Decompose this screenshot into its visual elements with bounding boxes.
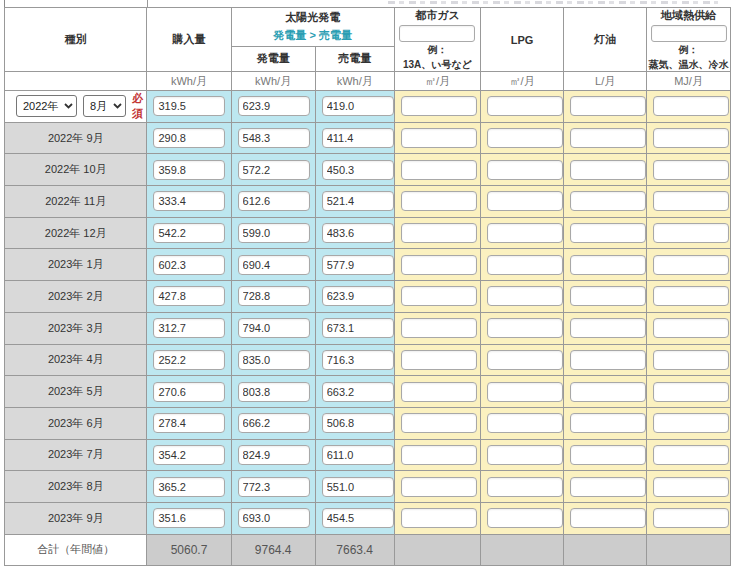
sold-input[interactable] — [322, 96, 394, 116]
generation-input[interactable] — [238, 255, 310, 275]
city-gas-input[interactable] — [401, 413, 477, 433]
city-gas-input[interactable] — [401, 128, 477, 148]
sold-input[interactable] — [322, 223, 394, 243]
sold-input[interactable] — [322, 160, 394, 180]
district-heat-input[interactable] — [653, 286, 729, 306]
district-heat-input[interactable] — [653, 508, 729, 528]
generation-input[interactable] — [238, 413, 310, 433]
sold-input[interactable] — [322, 508, 394, 528]
city-gas-input[interactable] — [401, 286, 477, 306]
district-heat-input[interactable] — [653, 445, 729, 465]
city-gas-input[interactable] — [401, 318, 477, 338]
generation-input[interactable] — [238, 286, 310, 306]
sold-input[interactable] — [322, 445, 394, 465]
kerosene-input[interactable] — [570, 382, 646, 402]
purchase-input[interactable] — [153, 445, 225, 465]
city-gas-input[interactable] — [401, 508, 477, 528]
lpg-input[interactable] — [487, 382, 563, 402]
kerosene-input[interactable] — [570, 318, 646, 338]
purchase-input[interactable] — [153, 477, 225, 497]
lpg-input[interactable] — [487, 128, 563, 148]
kerosene-input[interactable] — [570, 286, 646, 306]
generation-input[interactable] — [238, 350, 310, 370]
lpg-input[interactable] — [487, 350, 563, 370]
lpg-input[interactable] — [487, 318, 563, 338]
city-gas-input[interactable] — [401, 223, 477, 243]
purchase-input[interactable] — [153, 350, 225, 370]
lpg-input[interactable] — [487, 477, 563, 497]
city-gas-input[interactable] — [401, 477, 477, 497]
purchase-input[interactable] — [153, 255, 225, 275]
sold-input[interactable] — [322, 318, 394, 338]
city-gas-input[interactable] — [401, 191, 477, 211]
purchase-input[interactable] — [153, 160, 225, 180]
kerosene-input[interactable] — [570, 128, 646, 148]
generation-input[interactable] — [238, 128, 310, 148]
sold-input[interactable] — [322, 413, 394, 433]
purchase-input[interactable] — [153, 191, 225, 211]
district-heat-input[interactable] — [653, 191, 729, 211]
district-heat-input[interactable] — [653, 160, 729, 180]
district-heat-type-input[interactable] — [651, 25, 727, 42]
city-gas-type-input[interactable] — [399, 25, 475, 42]
generation-input[interactable] — [238, 191, 310, 211]
lpg-input[interactable] — [487, 508, 563, 528]
sold-input[interactable] — [322, 191, 394, 211]
district-heat-input[interactable] — [653, 382, 729, 402]
kerosene-input[interactable] — [570, 477, 646, 497]
kerosene-input[interactable] — [570, 445, 646, 465]
sold-input[interactable] — [322, 128, 394, 148]
generation-input[interactable] — [238, 508, 310, 528]
district-heat-input[interactable] — [653, 350, 729, 370]
purchase-input[interactable] — [153, 318, 225, 338]
city-gas-input[interactable] — [401, 382, 477, 402]
lpg-input[interactable] — [487, 191, 563, 211]
district-heat-input[interactable] — [653, 477, 729, 497]
lpg-input[interactable] — [487, 445, 563, 465]
purchase-input[interactable] — [153, 96, 225, 116]
purchase-input[interactable] — [153, 223, 225, 243]
sold-input[interactable] — [322, 477, 394, 497]
purchase-input[interactable] — [153, 286, 225, 306]
sold-input[interactable] — [322, 382, 394, 402]
lpg-input[interactable] — [487, 96, 563, 116]
lpg-input[interactable] — [487, 286, 563, 306]
lpg-input[interactable] — [487, 413, 563, 433]
lpg-input[interactable] — [487, 160, 563, 180]
lpg-input[interactable] — [487, 223, 563, 243]
district-heat-input[interactable] — [653, 318, 729, 338]
purchase-input[interactable] — [153, 413, 225, 433]
kerosene-input[interactable] — [570, 350, 646, 370]
generation-input[interactable] — [238, 445, 310, 465]
sold-input[interactable] — [322, 255, 394, 275]
sold-input[interactable] — [322, 350, 394, 370]
generation-input[interactable] — [238, 160, 310, 180]
city-gas-input[interactable] — [401, 350, 477, 370]
generation-input[interactable] — [238, 96, 310, 116]
kerosene-input[interactable] — [570, 191, 646, 211]
kerosene-input[interactable] — [570, 160, 646, 180]
kerosene-input[interactable] — [570, 96, 646, 116]
month-select[interactable]: 8月 — [83, 95, 126, 117]
generation-input[interactable] — [238, 318, 310, 338]
purchase-input[interactable] — [153, 128, 225, 148]
generation-input[interactable] — [238, 477, 310, 497]
purchase-input[interactable] — [153, 382, 225, 402]
district-heat-input[interactable] — [653, 96, 729, 116]
district-heat-input[interactable] — [653, 413, 729, 433]
kerosene-input[interactable] — [570, 255, 646, 275]
city-gas-input[interactable] — [401, 160, 477, 180]
city-gas-input[interactable] — [401, 445, 477, 465]
year-select[interactable]: 2022年 — [16, 95, 77, 117]
city-gas-input[interactable] — [401, 96, 477, 116]
lpg-input[interactable] — [487, 255, 563, 275]
district-heat-input[interactable] — [653, 128, 729, 148]
kerosene-input[interactable] — [570, 223, 646, 243]
kerosene-input[interactable] — [570, 508, 646, 528]
city-gas-input[interactable] — [401, 255, 477, 275]
sold-input[interactable] — [322, 286, 394, 306]
generation-input[interactable] — [238, 223, 310, 243]
kerosene-input[interactable] — [570, 413, 646, 433]
district-heat-input[interactable] — [653, 223, 729, 243]
generation-input[interactable] — [238, 382, 310, 402]
